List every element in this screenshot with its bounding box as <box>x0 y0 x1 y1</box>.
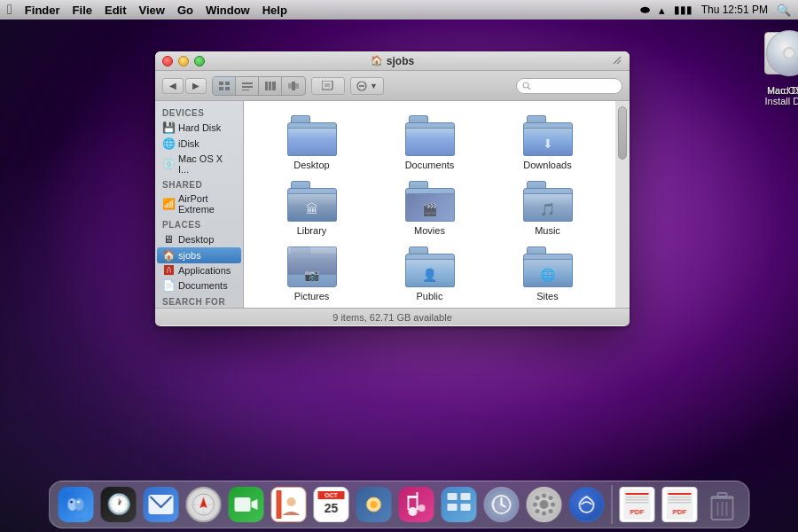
ical-dock-icon: OCT25 <box>314 487 349 522</box>
desktop-icon-dvd[interactable]: Mac OS X Install DVD <box>761 25 798 106</box>
menu-finder[interactable]: Finder <box>25 4 60 17</box>
safari-dock-icon <box>186 487 222 522</box>
svg-rect-53 <box>448 504 458 511</box>
svg-rect-75 <box>669 502 692 504</box>
mobileme-dock-icon <box>569 487 605 522</box>
file-item-documents[interactable]: Documents <box>390 110 470 176</box>
svg-point-22 <box>523 82 528 88</box>
action-button[interactable]: ▼ <box>350 77 384 95</box>
menu-window[interactable]: Window <box>206 4 250 17</box>
finder-dock-icon <box>59 487 94 522</box>
view-column-button[interactable] <box>259 77 282 95</box>
resize-icon[interactable] <box>612 53 622 69</box>
dock-item-facetime[interactable] <box>227 485 266 524</box>
battery-icon[interactable]: ▮▮▮ <box>674 4 692 16</box>
macosx-icon: 💿 <box>162 158 175 170</box>
scrollbar[interactable] <box>615 101 630 308</box>
svg-rect-52 <box>461 493 471 500</box>
dock-item-finder[interactable] <box>57 485 96 524</box>
search-box[interactable] <box>516 78 622 94</box>
svg-rect-35 <box>235 497 251 512</box>
spotlight-icon[interactable]: 🔍 <box>777 4 791 17</box>
svg-point-62 <box>549 509 553 513</box>
file-item-public[interactable]: 👤 Public <box>390 241 470 307</box>
dock: 🕐 OCT25 <box>49 481 750 528</box>
maximize-button[interactable] <box>194 56 205 66</box>
dock-item-preview[interactable]: PDF <box>618 485 657 524</box>
svg-point-59 <box>533 503 537 507</box>
menu-file[interactable]: File <box>73 4 92 17</box>
file-item-desktop[interactable]: Desktop <box>272 110 352 176</box>
desktop-sidebar-icon: 🖥 <box>162 233 175 246</box>
view-icon-button[interactable] <box>213 77 236 95</box>
file-name-documents: Documents <box>405 160 455 170</box>
sidebar-item-harddisk[interactable]: 💾 Hard Disk <box>155 120 243 136</box>
menu-edit[interactable]: Edit <box>105 4 127 17</box>
preview-button[interactable] <box>311 77 345 95</box>
dock-item-syspreferences[interactable] <box>525 485 564 524</box>
forward-button[interactable]: ▶ <box>185 78 207 94</box>
close-button[interactable] <box>162 56 173 66</box>
svg-rect-15 <box>295 83 299 89</box>
file-item-library[interactable]: 🏛 Library <box>272 176 352 241</box>
sidebar-item-sjobs[interactable]: 🏠 sjobs <box>157 247 241 263</box>
file-item-downloads[interactable]: ⬇ Downloads <box>508 110 588 176</box>
sidebar-item-documents[interactable]: 📄 Documents <box>155 278 243 293</box>
svg-rect-14 <box>292 82 295 90</box>
dock-item-dashboard[interactable]: 🕐 <box>99 485 138 524</box>
file-item-sites[interactable]: 🌐 Sites <box>508 241 588 307</box>
svg-marker-36 <box>252 499 258 510</box>
search-header: SEARCH FOR <box>155 293 243 308</box>
sidebar-item-idisk[interactable]: 🌐 iDisk <box>155 136 243 152</box>
macosx-label: Mac OS X I... <box>178 153 236 175</box>
folder-icon-documents <box>405 115 455 156</box>
dock-item-mail[interactable] <box>142 485 181 524</box>
dock-item-ical[interactable]: OCT25 <box>312 485 351 524</box>
minimize-button[interactable] <box>178 56 189 66</box>
view-list-button[interactable] <box>236 77 259 95</box>
itunes-dock-icon <box>399 487 434 522</box>
svg-rect-54 <box>461 504 471 511</box>
svg-rect-78 <box>718 493 727 497</box>
devices-header: DEVICES <box>155 105 243 120</box>
menubar-right: ⬬ ▴ ▮▮▮ Thu 12:51 PM 🔍 <box>640 3 791 17</box>
svg-rect-13 <box>288 83 292 89</box>
svg-rect-17 <box>325 83 330 87</box>
sidebar-item-macosx[interactable]: 💿 Mac OS X I... <box>155 152 243 176</box>
file-name-music: Music <box>535 225 560 236</box>
apple-menu[interactable]:  <box>7 2 12 18</box>
folder-overlay-icon: 🌐 <box>540 268 555 282</box>
scrollbar-thumb[interactable] <box>618 106 627 160</box>
dock-item-mobileme[interactable] <box>567 485 606 524</box>
sidebar-item-applications[interactable]: 🅰 Applications <box>155 263 243 278</box>
pdf-dock-icon: PDF <box>662 487 698 522</box>
svg-rect-11 <box>269 82 271 90</box>
dock-item-timemachine[interactable] <box>482 485 521 524</box>
dock-item-itunes[interactable] <box>397 485 436 524</box>
file-item-pictures[interactable]: 📷 Pictures <box>272 241 352 307</box>
dock-item-addressbook[interactable] <box>270 485 309 524</box>
dock-item-iphoto[interactable] <box>355 485 394 524</box>
sidebar-item-airport[interactable]: 📶 AirPort Extreme <box>155 192 243 216</box>
dock-item-pdf[interactable]: PDF <box>661 485 700 524</box>
file-item-music[interactable]: 🎵 Music <box>508 176 588 241</box>
file-item-movies[interactable]: 🎬 Movies <box>390 176 470 241</box>
menubar-left:  Finder File Edit View Go Window Help <box>7 2 287 18</box>
bluetooth-icon[interactable]: ⬬ <box>640 3 650 17</box>
svg-rect-66 <box>626 493 649 495</box>
menu-view[interactable]: View <box>139 4 165 17</box>
dvd-icon <box>761 25 798 82</box>
dock-item-expose[interactable] <box>440 485 479 524</box>
menu-go[interactable]: Go <box>177 4 193 17</box>
sidebar-item-desktop[interactable]: 🖥 Desktop <box>155 231 243 247</box>
view-coverflow-button[interactable] <box>282 77 305 95</box>
wifi-icon[interactable]: ▴ <box>659 4 665 17</box>
svg-rect-48 <box>417 492 419 510</box>
dock-item-safari[interactable] <box>184 485 223 524</box>
clock-display: Thu 12:51 PM <box>701 4 768 16</box>
dock-item-trash[interactable] <box>703 485 742 524</box>
menu-help[interactable]: Help <box>262 4 287 17</box>
svg-rect-7 <box>242 82 253 84</box>
timemachine-dock-icon <box>484 487 520 522</box>
back-button[interactable]: ◀ <box>162 78 184 94</box>
